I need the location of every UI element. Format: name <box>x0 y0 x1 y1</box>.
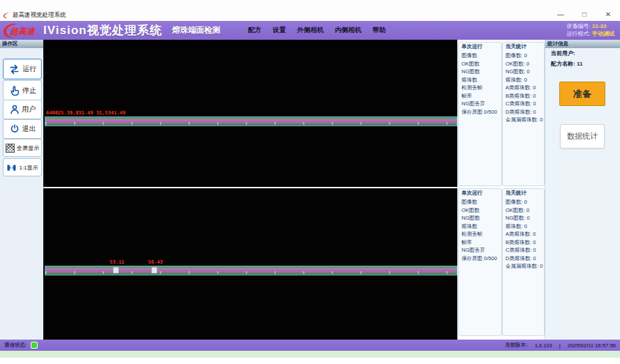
one-to-one-button[interactable]: 1:1显示 <box>3 158 42 176</box>
run-icon <box>8 63 20 75</box>
stat-row: C类熔珠数: 0 <box>505 100 543 108</box>
menu-item-help[interactable]: 帮助 <box>372 26 385 35</box>
sidebar-caption: 操作区 <box>0 40 43 48</box>
os-titlebar: 超高速视觉处理系统 — □ ✕ <box>0 0 620 21</box>
current-user-line: 当前用户: <box>551 50 575 57</box>
stat-row: NG图数: 0 <box>505 68 543 76</box>
stat-row: 图像数 <box>462 198 501 206</box>
comm-status-label: 通信状态: <box>4 342 27 349</box>
stop-button[interactable]: 停止 <box>3 80 42 101</box>
single-run-groupbox-bottom: 单次运行 图像数OK图数NG图数熔珠数检测丢帧帧率NG图丢弃保存原图 0/500 <box>458 188 502 336</box>
stat-row: B类熔珠数: 0 <box>505 92 543 100</box>
current-user-label: 当前用户: <box>551 50 575 56</box>
run-button-label: 运行 <box>22 64 36 74</box>
fullscreen-button[interactable]: 全屏显示 <box>3 139 42 157</box>
app-subtitle: 熔珠端面检测 <box>172 25 220 36</box>
stat-row: 熔珠数: 0 <box>505 76 543 84</box>
stat-row: 帧率 <box>462 92 501 100</box>
version-value: 1.0.123 <box>535 342 552 349</box>
right-panel-caption: 统计信息 <box>545 40 620 48</box>
app-header: 超高速 IVision视觉处理系统 熔珠端面检测 配方 设置 外侧相机 内侧相机… <box>0 21 620 40</box>
one-to-one-icon <box>6 162 17 173</box>
stat-rows: 图像数OK图数NG图数熔珠数检测丢帧帧率NG图丢弃保存原图 0/500 <box>462 52 501 116</box>
weld-strip-roi <box>45 116 457 126</box>
stat-row: OK图数 <box>462 60 501 68</box>
stat-row: NG图丢弃 <box>462 100 501 108</box>
stat-rows: 图像数OK图数NG图数熔珠数检测丢帧帧率NG图丢弃保存原图 0/500 <box>462 198 501 262</box>
close-icon[interactable]: ✕ <box>603 10 613 20</box>
stop-button-label: 停止 <box>22 86 36 96</box>
fullscreen-icon <box>6 144 15 153</box>
measurement-annotation: 56.43 <box>148 259 163 265</box>
menu-item-outer-camera[interactable]: 外侧相机 <box>297 26 323 35</box>
stat-row: 金属屑熔珠数: 0 <box>505 116 543 124</box>
stat-row: NG图丢弃 <box>462 246 501 255</box>
camera-view-bottom[interactable]: 53.11 56.43 <box>43 188 457 340</box>
main-menu: 配方 设置 外侧相机 内侧相机 帮助 <box>248 26 385 35</box>
minimize-icon[interactable]: — <box>556 10 566 20</box>
groupbox-title: 单次运行 <box>462 43 482 50</box>
recipe-name-value: 11 <box>577 61 582 67</box>
camera-view-top[interactable]: 640825.39,831.49 31,5341.49 <box>43 40 457 187</box>
statistics-info-panel: 统计信息 当前用户: 配方名称: 11 准备 数据统计 <box>545 40 620 340</box>
maximize-icon[interactable]: □ <box>580 10 589 20</box>
stat-row: NG图数 <box>462 214 501 222</box>
window-controls: — □ ✕ <box>556 10 613 20</box>
brand-logo: 超高速 <box>3 22 42 39</box>
fullscreen-button-label: 全屏显示 <box>17 144 39 152</box>
data-statistics-button[interactable]: 数据统计 <box>560 124 605 149</box>
prepare-button[interactable]: 准备 <box>559 82 605 106</box>
stat-row: 图像数 <box>462 52 501 60</box>
stat-row: 检测丢帧 <box>462 230 501 238</box>
desktop-strip <box>0 351 620 358</box>
groupbox-title: 当天统计 <box>505 190 526 197</box>
power-icon <box>9 123 20 135</box>
brand-text: 超高速 <box>9 26 36 36</box>
stat-row: OK图数: 0 <box>505 60 543 68</box>
stat-row: 熔珠数 <box>462 76 501 84</box>
stat-row: NG图数 <box>462 68 501 76</box>
app-title: IVision视觉处理系统 <box>43 22 162 38</box>
stat-row: B类熔珠数: 0 <box>505 238 543 247</box>
stat-rows: 图像数: 0OK图数: 0NG图数: 0熔珠数: 0A类熔珠数: 0B类熔珠数:… <box>505 198 543 271</box>
run-mode-label: 运行模式: <box>567 31 591 37</box>
device-id-label: 设备编号: <box>567 23 591 29</box>
stat-row: 熔珠数: 0 <box>505 222 543 231</box>
exit-button-label: 退出 <box>22 124 36 134</box>
weld-strip-roi <box>45 266 457 275</box>
device-info: 设备编号: 22-33 运行模式: 手动调试 <box>567 22 614 38</box>
user-button[interactable]: 用户 <box>3 100 42 119</box>
recipe-line: 配方名称: 11 <box>551 60 582 68</box>
stat-row: 帧率 <box>462 238 501 247</box>
status-bar: 通信状态: 当前版本: 1.0.123 | 2025/02/11 16:57:5… <box>0 340 620 351</box>
datetime-value: 2025/02/11 16:57:56 <box>568 342 616 349</box>
stat-row: D类熔珠数: 0 <box>505 108 543 116</box>
user-button-label: 用户 <box>22 105 36 114</box>
recipe-name-label: 配方名称: <box>551 61 575 67</box>
stat-row: A类熔珠数: 0 <box>505 84 543 92</box>
comm-status-indicator <box>31 342 38 349</box>
daily-stats-groupbox-top: 当天统计 图像数: 0OK图数: 0NG图数: 0熔珠数: 0A类熔珠数: 0B… <box>502 42 545 186</box>
operation-sidebar: 操作区 运行 停止 用户 退出 全屏显示 <box>0 40 44 340</box>
window-title: 超高速视觉处理系统 <box>13 11 66 20</box>
groupbox-title: 单次运行 <box>462 190 482 197</box>
defect-marker <box>152 267 157 273</box>
stat-row: 保存原图 0/500 <box>462 108 501 116</box>
stat-row: 图像数: 0 <box>505 198 543 206</box>
stat-row: NG图数: 0 <box>505 214 543 222</box>
single-run-groupbox-top: 单次运行 图像数OK图数NG图数熔珠数检测丢帧帧率NG图丢弃保存原图 0/500 <box>458 42 502 186</box>
menu-item-recipe[interactable]: 配方 <box>248 26 261 35</box>
menu-item-inner-camera[interactable]: 内侧相机 <box>334 26 361 35</box>
stat-row: A类熔珠数: 0 <box>505 230 543 238</box>
run-button[interactable]: 运行 <box>3 59 42 79</box>
measurement-annotation: 640825.39,831.49 31,5341.49 <box>46 110 126 116</box>
exit-button[interactable]: 退出 <box>3 119 42 139</box>
stat-row: C类熔珠数: 0 <box>505 246 543 255</box>
stat-rows: 图像数: 0OK图数: 0NG图数: 0熔珠数: 0A类熔珠数: 0B类熔珠数:… <box>505 52 543 124</box>
user-icon <box>9 104 20 115</box>
app-logo-icon <box>3 12 10 19</box>
stat-row: D类熔珠数: 0 <box>505 255 543 263</box>
menu-item-settings[interactable]: 设置 <box>272 26 286 35</box>
stat-row: OK图数: 0 <box>505 206 543 215</box>
stat-row: 金属屑熔珠数: 0 <box>505 262 543 271</box>
